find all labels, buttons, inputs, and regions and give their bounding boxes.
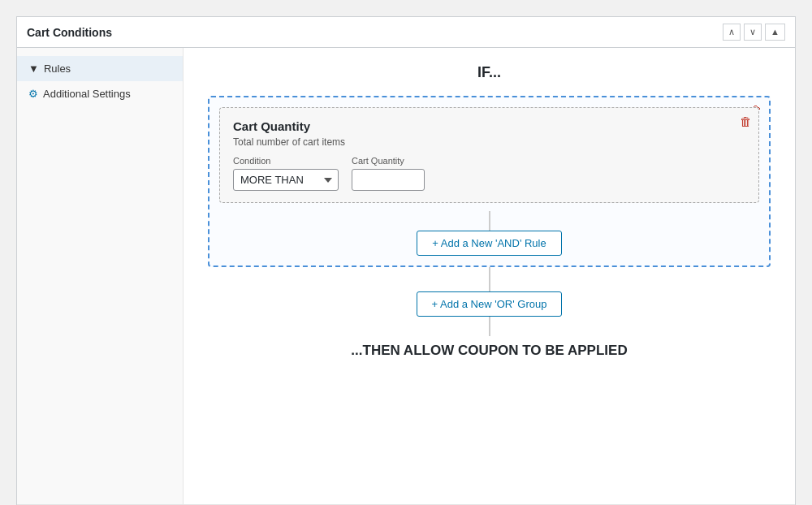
main-inner: IF... 🗑 🗑 Cart Quantity Total number of … — [208, 64, 771, 359]
collapse-up-button[interactable]: ∧ — [723, 24, 741, 41]
collapse-down-button[interactable]: ∨ — [744, 24, 762, 41]
condition-field-group: Condition MORE THAN LESS THAN EQUAL TO A… — [233, 156, 339, 191]
sidebar: ▼ Rules ⚙ Additional Settings — [17, 48, 184, 504]
condition-label: Condition — [233, 156, 339, 166]
connector-line-1 — [489, 211, 490, 231]
rule-title: Cart Quantity — [233, 119, 745, 133]
sidebar-item-additional-settings[interactable]: ⚙ Additional Settings — [17, 81, 183, 106]
condition-select[interactable]: MORE THAN LESS THAN EQUAL TO AT LEAST AT… — [233, 169, 339, 191]
gear-icon: ⚙ — [28, 88, 38, 100]
filter-icon: ▼ — [28, 63, 39, 75]
expand-button[interactable]: ▲ — [765, 24, 785, 41]
add-or-group-label: + Add a New 'OR' Group — [432, 298, 547, 310]
sidebar-item-rules-label: Rules — [44, 63, 71, 75]
panel-header-controls: ∧ ∨ ▲ — [723, 24, 785, 41]
sidebar-item-additional-settings-label: Additional Settings — [43, 88, 131, 100]
rule-subtitle: Total number of cart items — [233, 136, 745, 148]
connector-line-2 — [489, 267, 490, 291]
if-label: IF... — [477, 64, 501, 81]
panel-header: Cart Conditions ∧ ∨ ▲ — [17, 17, 795, 48]
connector-line-3 — [489, 317, 490, 336]
and-rule-container: 🗑 Cart Quantity Total number of cart ite… — [219, 107, 759, 203]
or-group-container: 🗑 🗑 Cart Quantity Total number of cart i… — [208, 96, 771, 267]
panel-title: Cart Conditions — [27, 26, 112, 39]
quantity-field-group: Cart Quantity — [352, 156, 425, 191]
cart-conditions-panel: Cart Conditions ∧ ∨ ▲ ▼ Rules ⚙ Addition… — [16, 16, 796, 505]
main-content: IF... 🗑 🗑 Cart Quantity Total number of … — [184, 48, 795, 504]
sidebar-item-rules[interactable]: ▼ Rules — [17, 56, 183, 81]
quantity-input[interactable] — [352, 169, 425, 191]
rule-fields: Condition MORE THAN LESS THAN EQUAL TO A… — [233, 156, 745, 191]
quantity-label: Cart Quantity — [352, 156, 425, 166]
add-and-rule-button[interactable]: + Add a New 'AND' Rule — [417, 231, 561, 256]
delete-rule-button[interactable]: 🗑 — [740, 114, 752, 128]
then-label: ...THEN ALLOW COUPON TO BE APPLIED — [351, 343, 627, 359]
add-or-group-button[interactable]: + Add a New 'OR' Group — [417, 291, 563, 317]
panel-body: ▼ Rules ⚙ Additional Settings IF... 🗑 🗑 … — [17, 48, 795, 504]
add-and-rule-label: + Add a New 'AND' Rule — [432, 237, 546, 249]
